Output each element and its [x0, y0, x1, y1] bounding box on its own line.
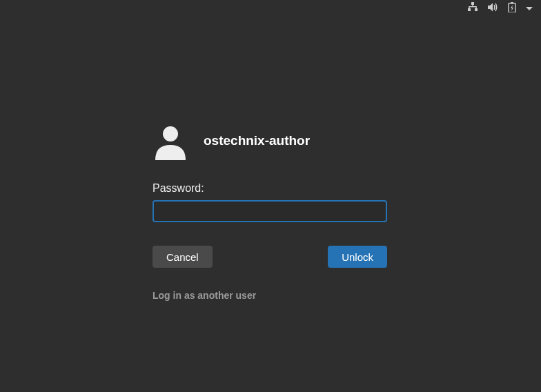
chevron-down-icon[interactable] — [526, 7, 533, 10]
password-input[interactable] — [153, 200, 387, 222]
svg-rect-1 — [468, 8, 471, 11]
svg-rect-4 — [469, 6, 476, 7]
network-icon[interactable] — [467, 2, 478, 14]
svg-rect-2 — [475, 8, 478, 11]
avatar — [153, 124, 188, 160]
volume-icon[interactable] — [488, 2, 498, 14]
button-row: Cancel Unlock — [153, 246, 387, 268]
unlock-button[interactable]: Unlock — [328, 246, 387, 268]
svg-rect-0 — [471, 2, 474, 5]
user-row: ostechnix-author — [153, 124, 387, 160]
cancel-button[interactable]: Cancel — [153, 246, 213, 268]
top-panel-status-area — [459, 0, 541, 17]
login-as-another-user-link[interactable]: Log in as another user — [153, 290, 387, 301]
battery-icon[interactable] — [508, 2, 516, 15]
svg-rect-5 — [469, 6, 469, 8]
svg-point-9 — [163, 126, 178, 141]
login-panel: ostechnix-author Password: Cancel Unlock… — [153, 124, 387, 301]
password-label: Password: — [153, 182, 387, 195]
svg-rect-6 — [475, 6, 476, 8]
username-label: ostechnix-author — [204, 133, 310, 151]
